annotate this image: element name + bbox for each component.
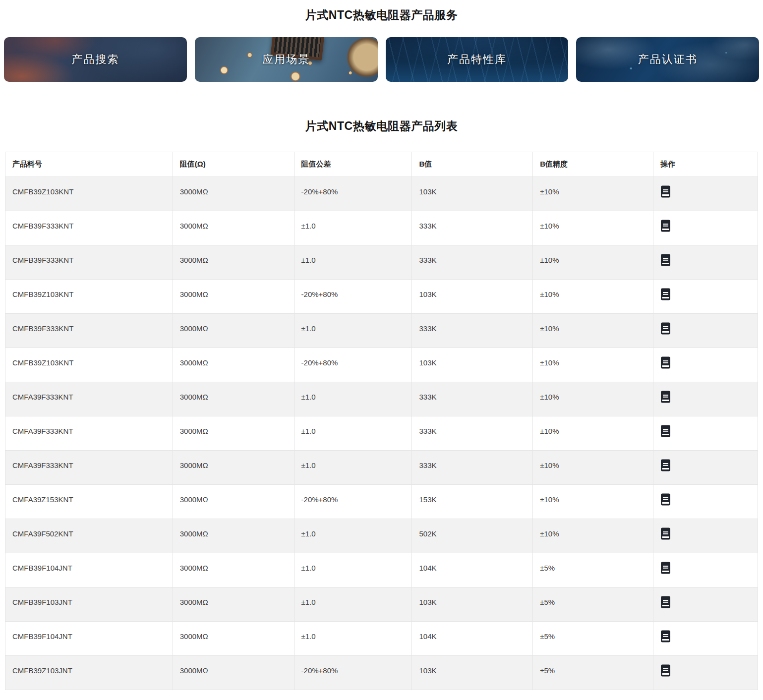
- view-datasheet-button[interactable]: [660, 527, 671, 540]
- cell-part-number: CMFB39F333KNT: [5, 245, 173, 280]
- col-header-resistance: 阻值(Ω): [173, 152, 294, 177]
- cell-resistance: 3000MΩ: [173, 382, 294, 416]
- view-datasheet-button[interactable]: [660, 390, 671, 404]
- table-header-row: 产品料号 阻值(Ω) 阻值公差 B值 B值精度 操作: [5, 152, 758, 177]
- product-table-container: 产品料号 阻值(Ω) 阻值公差 B值 B值精度 操作 CMFB39Z103KNT…: [5, 152, 758, 690]
- col-header-b-value: B值: [412, 152, 533, 177]
- cell-b-precision: ±10%: [533, 485, 653, 519]
- cell-b-value: 103K: [412, 587, 533, 622]
- cell-part-number: CMFB39F103JNT: [5, 587, 173, 622]
- view-datasheet-button[interactable]: [660, 424, 671, 438]
- cell-tolerance: -20%+80%: [294, 485, 412, 519]
- document-icon: [660, 185, 671, 198]
- table-row: CMFA39F333KNT 3000MΩ ±1.0 333K ±10%: [5, 416, 758, 451]
- view-datasheet-button[interactable]: [660, 595, 671, 609]
- product-table-body: CMFB39Z103KNT 3000MΩ -20%+80% 103K ±10% …: [5, 177, 758, 690]
- cell-b-precision: ±10%: [533, 416, 653, 451]
- document-icon: [660, 356, 671, 369]
- cell-b-precision: ±5%: [533, 656, 653, 690]
- banner-app-scenarios[interactable]: 应用场景: [195, 37, 378, 82]
- cell-tolerance: ±1.0: [294, 211, 412, 245]
- cell-b-value: 103K: [412, 177, 533, 211]
- cell-b-precision: ±5%: [533, 587, 653, 622]
- document-icon: [660, 322, 671, 335]
- view-datasheet-button[interactable]: [660, 322, 671, 335]
- cell-b-precision: ±10%: [533, 314, 653, 348]
- cell-b-value: 502K: [412, 519, 533, 553]
- cell-part-number: CMFB39F333KNT: [5, 314, 173, 348]
- cell-actions: [653, 656, 758, 690]
- cell-tolerance: ±1.0: [294, 553, 412, 587]
- banner-certificates-label: 产品认证书: [576, 37, 759, 82]
- view-datasheet-button[interactable]: [660, 288, 671, 301]
- view-datasheet-button[interactable]: [660, 185, 671, 198]
- cell-b-value: 153K: [412, 485, 533, 519]
- view-datasheet-button[interactable]: [660, 561, 671, 575]
- cell-b-value: 104K: [412, 622, 533, 656]
- cell-tolerance: ±1.0: [294, 314, 412, 348]
- cell-resistance: 3000MΩ: [173, 622, 294, 656]
- table-row: CMFB39F103JNT 3000MΩ ±1.0 103K ±5%: [5, 587, 758, 622]
- cell-tolerance: ±1.0: [294, 416, 412, 451]
- table-row: CMFB39Z103KNT 3000MΩ -20%+80% 103K ±10%: [5, 177, 758, 211]
- cell-part-number: CMFB39F104JNT: [5, 622, 173, 656]
- view-datasheet-button[interactable]: [660, 253, 671, 267]
- table-row: CMFA39F333KNT 3000MΩ ±1.0 333K ±10%: [5, 451, 758, 485]
- table-row: CMFB39Z103KNT 3000MΩ -20%+80% 103K ±10%: [5, 348, 758, 382]
- document-icon: [660, 390, 671, 404]
- cell-part-number: CMFA39F333KNT: [5, 416, 173, 451]
- cell-tolerance: ±1.0: [294, 382, 412, 416]
- table-row: CMFB39F104JNT 3000MΩ ±1.0 104K ±5%: [5, 622, 758, 656]
- view-datasheet-button[interactable]: [660, 356, 671, 369]
- cell-actions: [653, 519, 758, 553]
- cell-resistance: 3000MΩ: [173, 519, 294, 553]
- view-datasheet-button[interactable]: [660, 630, 671, 643]
- cell-b-value: 103K: [412, 656, 533, 690]
- cell-b-value: 333K: [412, 245, 533, 280]
- banner-product-search[interactable]: 产品搜索: [4, 37, 187, 82]
- cell-b-precision: ±10%: [533, 245, 653, 280]
- cell-resistance: 3000MΩ: [173, 211, 294, 245]
- cell-tolerance: -20%+80%: [294, 348, 412, 382]
- banner-feature-library[interactable]: 产品特性库: [386, 37, 569, 82]
- document-icon: [660, 459, 671, 472]
- document-icon: [660, 288, 671, 301]
- cell-b-value: 103K: [412, 280, 533, 314]
- document-icon: [660, 527, 671, 540]
- document-icon: [660, 595, 671, 609]
- cell-tolerance: ±1.0: [294, 519, 412, 553]
- document-icon: [660, 219, 671, 233]
- page-title: 片式NTC热敏电阻器产品服务: [0, 0, 763, 23]
- cell-b-precision: ±10%: [533, 348, 653, 382]
- cell-actions: [653, 416, 758, 451]
- view-datasheet-button[interactable]: [660, 493, 671, 506]
- table-row: CMFB39F333KNT 3000MΩ ±1.0 333K ±10%: [5, 245, 758, 280]
- cell-resistance: 3000MΩ: [173, 416, 294, 451]
- cell-b-value: 333K: [412, 416, 533, 451]
- cell-b-precision: ±5%: [533, 553, 653, 587]
- cell-b-precision: ±5%: [533, 622, 653, 656]
- cell-resistance: 3000MΩ: [173, 656, 294, 690]
- col-header-actions: 操作: [653, 152, 758, 177]
- banner-app-scenarios-label: 应用场景: [195, 37, 378, 82]
- cell-actions: [653, 314, 758, 348]
- document-icon: [660, 424, 671, 438]
- view-datasheet-button[interactable]: [660, 459, 671, 472]
- col-header-tolerance: 阻值公差: [294, 152, 412, 177]
- cell-resistance: 3000MΩ: [173, 587, 294, 622]
- view-datasheet-button[interactable]: [660, 219, 671, 233]
- cell-b-precision: ±10%: [533, 519, 653, 553]
- banner-certificates[interactable]: 产品认证书: [576, 37, 759, 82]
- document-icon: [660, 664, 671, 677]
- col-header-b-precision: B值精度: [533, 152, 653, 177]
- table-row: CMFA39F502KNT 3000MΩ ±1.0 502K ±10%: [5, 519, 758, 553]
- cell-part-number: CMFA39F502KNT: [5, 519, 173, 553]
- table-row: CMFB39Z103KNT 3000MΩ -20%+80% 103K ±10%: [5, 280, 758, 314]
- cell-actions: [653, 587, 758, 622]
- cell-actions: [653, 245, 758, 280]
- cell-part-number: CMFA39F333KNT: [5, 382, 173, 416]
- cell-b-value: 333K: [412, 211, 533, 245]
- view-datasheet-button[interactable]: [660, 664, 671, 677]
- cell-actions: [653, 553, 758, 587]
- cell-b-value: 104K: [412, 553, 533, 587]
